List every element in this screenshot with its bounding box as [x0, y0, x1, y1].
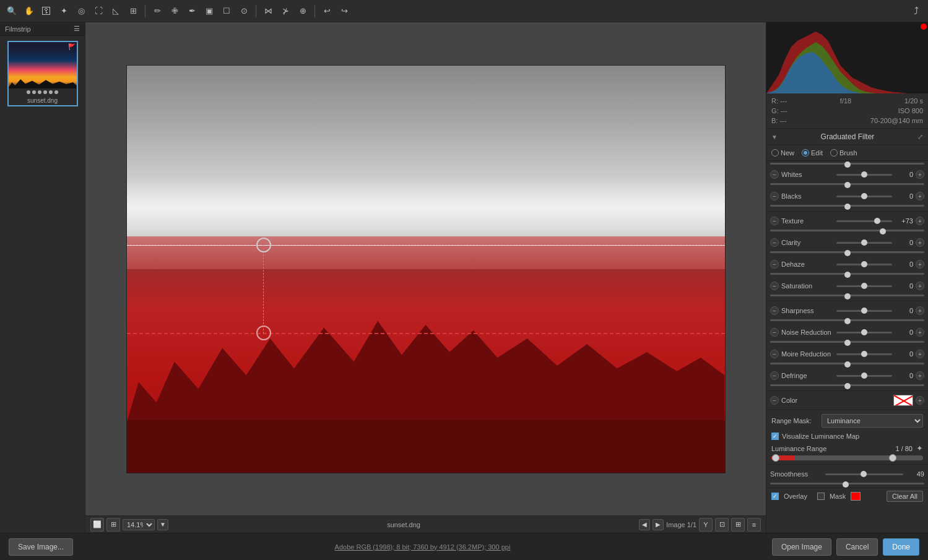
- dodge-icon[interactable]: ▣: [202, 4, 216, 18]
- moire-plus-btn[interactable]: +: [916, 350, 924, 358]
- dehaze-minus-btn[interactable]: −: [770, 260, 779, 269]
- pencil-icon[interactable]: ✒: [185, 4, 199, 18]
- saturation-thumb[interactable]: [861, 283, 867, 289]
- noise-reduction-minus-btn[interactable]: −: [770, 328, 779, 337]
- noise-reduction-track[interactable]: [836, 328, 892, 337]
- sharpness-sub-thumb[interactable]: [844, 318, 851, 324]
- panel-expand-icon[interactable]: ⤢: [917, 133, 923, 141]
- blacks-minus-btn[interactable]: −: [770, 192, 779, 200]
- image-info-link[interactable]: Adobe RGB (1998); 8 bit; 7360 by 4912 (3…: [335, 543, 511, 551]
- color-plus-btn[interactable]: +: [916, 396, 924, 405]
- dehaze-track[interactable]: [836, 260, 892, 269]
- transform-icon[interactable]: ⊞: [126, 4, 140, 18]
- blacks-thumb[interactable]: [861, 193, 867, 199]
- adjustment-brush-icon[interactable]: ✏: [150, 4, 164, 18]
- visualize-luminance-checkbox[interactable]: ✓: [771, 433, 779, 440]
- clarity-plus-btn[interactable]: +: [916, 238, 924, 247]
- saturation-plus-btn[interactable]: +: [916, 282, 924, 290]
- luminance-left-thumb[interactable]: [772, 454, 779, 462]
- range-mask-select[interactable]: None Color Luminance Depth: [822, 414, 923, 428]
- zoom-fit-icon[interactable]: ⊡: [715, 518, 729, 532]
- radio-new[interactable]: New: [771, 149, 794, 157]
- next-image-btn[interactable]: ▶: [653, 519, 664, 530]
- smoothness-sub-thumb[interactable]: [843, 481, 849, 488]
- grad-control-bottom[interactable]: [256, 325, 271, 340]
- eraser-icon[interactable]: ☐: [220, 4, 233, 18]
- healing-brush-icon[interactable]: ✙: [168, 4, 181, 18]
- clone-icon[interactable]: ⊕: [296, 4, 310, 18]
- texture-minus-btn[interactable]: −: [770, 217, 779, 225]
- compare-icon[interactable]: Y: [699, 518, 713, 532]
- blacks-track[interactable]: [836, 192, 892, 200]
- mask-color-badge[interactable]: [851, 492, 861, 501]
- white-balance-icon[interactable]: ⚿: [40, 4, 53, 18]
- prev-image-btn[interactable]: ◀: [639, 519, 650, 530]
- zoom-fill-icon[interactable]: ⊞: [731, 518, 745, 532]
- defringe-sub-thumb[interactable]: [844, 383, 851, 389]
- pen-icon[interactable]: ⊁: [279, 4, 292, 18]
- zoom-down-btn[interactable]: ▼: [157, 519, 168, 530]
- collapse-arrow[interactable]: ▼: [771, 134, 778, 140]
- clarity-sub-thumb[interactable]: [844, 250, 851, 256]
- dehaze-plus-btn[interactable]: +: [916, 260, 924, 269]
- save-image-button[interactable]: Save Image...: [9, 538, 73, 556]
- done-button[interactable]: Done: [883, 538, 919, 556]
- top-mini-thumb[interactable]: [844, 162, 851, 168]
- blacks-sub-thumb[interactable]: [844, 204, 851, 210]
- luminance-right-thumb[interactable]: [889, 454, 896, 462]
- color-sampler-icon[interactable]: ✦: [57, 4, 71, 18]
- clarity-track[interactable]: [836, 238, 892, 247]
- open-image-button[interactable]: Open Image: [772, 538, 831, 556]
- luminance-range-picker-icon[interactable]: ✦: [916, 444, 923, 453]
- luminance-gradient-track[interactable]: [771, 455, 923, 460]
- hand-icon[interactable]: ✋: [22, 4, 36, 18]
- saturation-track[interactable]: [836, 282, 892, 290]
- blacks-plus-btn[interactable]: +: [916, 192, 924, 200]
- sharpness-plus-btn[interactable]: +: [916, 306, 924, 315]
- clarity-minus-btn[interactable]: −: [770, 238, 779, 247]
- clarity-thumb[interactable]: [861, 239, 867, 246]
- crop-icon[interactable]: ⛶: [92, 4, 105, 18]
- settings-icon[interactable]: ≡: [747, 518, 761, 532]
- grad-control-top[interactable]: [256, 238, 271, 252]
- moire-track[interactable]: [836, 350, 892, 358]
- frame-icon[interactable]: ⬜: [90, 518, 104, 532]
- noise-reduction-thumb[interactable]: [861, 329, 867, 335]
- saturation-minus-btn[interactable]: −: [770, 282, 779, 290]
- dehaze-sub-thumb[interactable]: [844, 272, 851, 278]
- whites-track[interactable]: [836, 170, 892, 179]
- whites-plus-btn[interactable]: +: [916, 170, 924, 179]
- undo-icon[interactable]: ↩: [320, 4, 334, 18]
- texture-thumb[interactable]: [874, 218, 880, 224]
- image-canvas[interactable]: [126, 65, 726, 473]
- sharpness-minus-btn[interactable]: −: [770, 306, 779, 315]
- texture-plus-btn[interactable]: +: [916, 217, 924, 225]
- export-icon[interactable]: ⤴: [909, 4, 923, 18]
- mask-checkbox[interactable]: [817, 493, 825, 500]
- moire-minus-btn[interactable]: −: [770, 350, 779, 358]
- saturation-sub-thumb[interactable]: [844, 293, 851, 299]
- zoom-in-icon[interactable]: 🔍: [5, 4, 19, 18]
- thumbnail-wrapper[interactable]: sunset.dng 🚩: [7, 41, 78, 106]
- whites-sub-thumb[interactable]: [844, 182, 851, 188]
- texture-sub-thumb[interactable]: [880, 228, 886, 235]
- moire-thumb[interactable]: [861, 351, 867, 357]
- overlay-checkbox[interactable]: ✓: [771, 493, 779, 500]
- clear-all-button[interactable]: Clear All: [887, 491, 923, 502]
- moire-sub-thumb[interactable]: [844, 361, 851, 368]
- radio-brush[interactable]: Brush: [830, 149, 857, 157]
- filmstrip-menu-icon[interactable]: ☰: [74, 25, 80, 33]
- cancel-button[interactable]: Cancel: [836, 538, 878, 556]
- color-minus-btn[interactable]: −: [770, 396, 779, 405]
- color-swatch[interactable]: [893, 395, 913, 406]
- radio-edit[interactable]: Edit: [802, 149, 823, 157]
- defringe-thumb[interactable]: [861, 373, 867, 379]
- texture-track[interactable]: [836, 217, 892, 225]
- grid-icon[interactable]: ⊞: [106, 518, 120, 532]
- smoothness-track[interactable]: [825, 470, 903, 478]
- whites-thumb[interactable]: [861, 171, 867, 178]
- polygon-icon[interactable]: ⋈: [261, 4, 275, 18]
- ellipse-icon[interactable]: ⊙: [237, 4, 251, 18]
- noise-reduction-sub-thumb[interactable]: [844, 340, 851, 346]
- redo-icon[interactable]: ↪: [337, 4, 351, 18]
